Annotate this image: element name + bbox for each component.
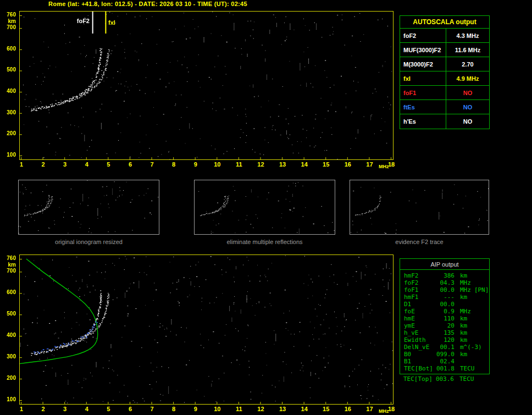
- x-axis-tick-label: 14: [299, 406, 310, 412]
- row-value: 20: [436, 322, 455, 329]
- row-unit: km: [455, 315, 467, 322]
- x-axis-tick-label: 3: [59, 406, 70, 412]
- y-axis-tick-label: 700: [0, 268, 16, 274]
- row-label: foF1: [404, 286, 436, 294]
- aip-output-box: AIP output hmF2386kmfoF204.3MHzfoF100.0M…: [400, 258, 490, 374]
- bottom-profile-canvas: [20, 255, 393, 404]
- row-value: 4.3 MHz: [446, 29, 489, 42]
- autoscala-table-rows: foF24.3 MHzMUF(3000)F211.6 MHzM(3000)F22…: [400, 29, 489, 129]
- bottom-profile-plot: [19, 254, 394, 405]
- aip-table-title: AIP output: [400, 259, 489, 270]
- row-label: foF2: [404, 279, 436, 286]
- row-label: B1: [404, 358, 436, 365]
- table-row: h_vE135km: [400, 329, 489, 336]
- table-row: fxI4.9 MHz: [400, 71, 489, 86]
- thumbnail-caption-reflections: eliminate multiple reflections: [194, 239, 335, 245]
- row-value: 110: [436, 315, 455, 322]
- x-axis-unit-label: MHz: [379, 408, 389, 414]
- table-row: TEC[Top]003.6TECU: [400, 375, 490, 383]
- row-unit: km: [455, 351, 467, 358]
- row-label: fxI: [400, 71, 446, 85]
- table-row: foF1NO: [400, 86, 489, 100]
- row-label: Ewidth: [404, 336, 436, 344]
- x-axis-tick-label: 9: [190, 161, 201, 168]
- y-axis-tick-label: 700: [0, 24, 16, 30]
- row-unit: km: [455, 329, 467, 336]
- x-axis-tick-label: 15: [320, 161, 331, 168]
- x-axis-unit-label: MHz: [379, 164, 389, 169]
- row-unit: MHz: [455, 308, 471, 315]
- row-label: foE: [404, 308, 436, 315]
- row-value: 386: [436, 272, 455, 279]
- x-axis-tick-label: 3: [59, 161, 70, 168]
- row-value: 00.0: [436, 301, 455, 308]
- row-label: TEC[Bot]: [404, 365, 436, 372]
- row-unit: MHz: [455, 279, 471, 286]
- row-unit: TECU: [454, 375, 474, 383]
- x-axis-tick-label: 7: [147, 161, 158, 168]
- y-axis-unit-label: km: [0, 262, 16, 268]
- row-unit: MHz: [455, 286, 471, 294]
- x-axis-tick-label: 5: [103, 161, 114, 168]
- y-axis-tick-label: 200: [0, 130, 16, 136]
- x-axis-tick-label: 9: [190, 406, 201, 412]
- row-label: hmE: [404, 315, 436, 322]
- y-axis-tick-label: 400: [0, 88, 16, 94]
- table-row: foF100.0MHz[PN]: [400, 286, 489, 294]
- station-header: Rome (lat: +41.8, lon: 012.5) - DATE: 20…: [48, 1, 247, 7]
- y-axis-tick-label: 100: [0, 396, 16, 402]
- row-value: 099.0: [436, 351, 455, 358]
- autoscala-output-table: AUTOSCALA output foF24.3 MHzMUF(3000)F21…: [400, 15, 490, 129]
- row-unit: km: [455, 322, 467, 329]
- x-axis-tick-label: 8: [168, 406, 179, 412]
- aip-footer-row-container: TEC[Top]003.6TECU: [400, 374, 490, 383]
- row-label: hmF2: [404, 272, 436, 279]
- row-label: D1: [404, 301, 436, 308]
- x-axis-tick-label: 2: [38, 161, 49, 168]
- row-value: 00.1: [436, 344, 455, 351]
- thumbnail-f2-trace: [350, 180, 489, 235]
- row-label: foF1: [400, 86, 446, 99]
- row-label: h'Es: [400, 114, 446, 129]
- y-axis-tick-label: 300: [0, 353, 16, 359]
- table-row: foF24.3 MHz: [400, 29, 489, 43]
- x-axis-tick-label: 13: [277, 406, 288, 412]
- thumbnail-caption-f2: evidence F2 trace: [350, 239, 489, 245]
- autoscala-window: Rome (lat: +41.8, lon: 012.5) - DATE: 20…: [0, 0, 532, 415]
- thumbnail-f2-trace-canvas: [350, 180, 489, 234]
- row-value: 003.6: [435, 375, 454, 383]
- x-axis-tick-label: 11: [234, 406, 245, 412]
- table-row: ymE20km: [400, 322, 489, 329]
- x-axis-tick-label: 12: [255, 161, 266, 168]
- row-unit: [455, 301, 460, 308]
- y-axis-tick-label: 500: [0, 311, 16, 317]
- fof2-marker-label: foF2: [71, 18, 90, 24]
- row-label: B0: [404, 351, 436, 358]
- table-row: B0099.0km: [400, 351, 489, 358]
- x-axis-tick-label: 1: [16, 161, 27, 168]
- row-value: NO: [446, 86, 489, 99]
- thumbnail-original-ionogram: [18, 180, 159, 235]
- y-axis-tick-label: 500: [0, 67, 16, 73]
- row-label: hmF1: [404, 294, 436, 301]
- row-value: 001.8: [436, 365, 455, 372]
- y-axis-tick-label: 600: [0, 46, 16, 52]
- aip-output-panel: AIP output hmF2386kmfoF204.3MHzfoF100.0M…: [400, 258, 490, 383]
- thumbnail-no-reflections-canvas: [195, 180, 335, 234]
- y-axis-tick-label: 100: [0, 152, 16, 158]
- y-axis-tick-label: 300: [0, 109, 16, 115]
- x-axis-tick-label: 10: [212, 406, 223, 412]
- table-row: ftEsNO: [400, 100, 489, 114]
- row-label: TEC[Top]: [403, 375, 435, 383]
- row-value: 2.70: [446, 57, 489, 71]
- table-row: Ewidth120km: [400, 336, 489, 344]
- row-flag: [PN]: [471, 286, 489, 294]
- x-axis-tick-label: 11: [234, 161, 245, 168]
- autoscala-table-title: AUTOSCALA output: [400, 16, 489, 29]
- x-axis-tick-label: 7: [147, 406, 158, 412]
- row-unit: m^(-3): [455, 344, 482, 351]
- table-row: foF204.3MHz: [400, 279, 489, 286]
- table-row: MUF(3000)F211.6 MHz: [400, 43, 489, 57]
- table-row: M(3000)F22.70: [400, 57, 489, 71]
- x-axis-tick-label: 6: [125, 161, 136, 168]
